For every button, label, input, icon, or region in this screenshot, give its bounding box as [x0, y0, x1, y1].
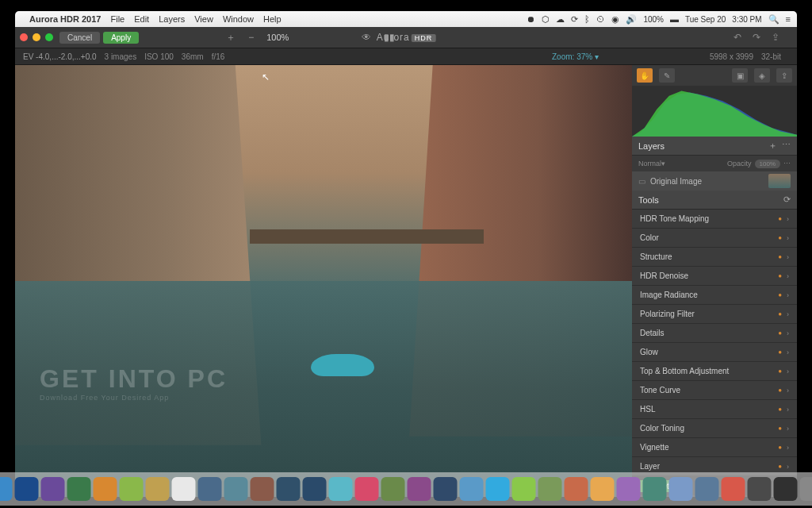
opacity-value[interactable]: 100%	[755, 160, 780, 168]
menubar-battery-icon[interactable]: ▬	[670, 14, 679, 24]
dock-app-31[interactable]	[800, 477, 813, 501]
menubar-sync-icon[interactable]: ⟳	[571, 14, 578, 25]
dock-app-11[interactable]	[277, 477, 301, 501]
dock-app-13[interactable]	[329, 477, 353, 501]
dock-app-27[interactable]	[695, 477, 719, 501]
menubar-timemachine-icon[interactable]: ⏲	[596, 14, 605, 24]
blend-mode-dropdown[interactable]: Normal	[638, 160, 661, 167]
menu-file[interactable]: File	[110, 14, 124, 24]
menu-view[interactable]: View	[194, 14, 213, 24]
menu-window[interactable]: Window	[223, 14, 254, 24]
menubar-bluetooth-icon[interactable]: ᛒ	[584, 14, 590, 24]
layer-menu-icon[interactable]: ⋯	[782, 140, 791, 152]
menubar-time[interactable]: 3:30 PM	[732, 15, 761, 24]
tool-hdr-denoise[interactable]: HDR Denoise●›	[632, 267, 797, 286]
dock-app-15[interactable]	[381, 477, 405, 501]
menubar-wifi-icon[interactable]: ◉	[611, 14, 619, 25]
tool-active-dot-icon: ●	[778, 253, 782, 260]
dock-app-24[interactable]	[617, 477, 641, 501]
tab-brush-icon[interactable]: ✎	[659, 68, 675, 83]
menu-layers[interactable]: Layers	[159, 14, 185, 24]
dock-app-28[interactable]	[722, 477, 745, 501]
tool-top-bottom-adjustment[interactable]: Top & Bottom Adjustment●›	[632, 362, 797, 381]
dock-app-14[interactable]	[355, 477, 379, 501]
dock-app-26[interactable]	[669, 477, 693, 501]
dock-app-19[interactable]	[486, 477, 510, 501]
add-layer-icon[interactable]: ＋	[768, 140, 777, 152]
dock-app-17[interactable]	[434, 477, 458, 501]
chevron-right-icon: ›	[787, 253, 789, 261]
menubar-dropbox-icon[interactable]: ⬡	[542, 14, 550, 25]
zoom-control[interactable]: Zoom: 37% ▾	[552, 52, 599, 61]
layer-visibility-icon[interactable]: ▭	[638, 177, 645, 186]
close-button[interactable]	[20, 33, 28, 41]
tool-tone-curve[interactable]: Tone Curve●›	[632, 381, 797, 400]
tools-reset-icon[interactable]: ⟳	[783, 194, 791, 205]
image-canvas[interactable]: GET INTO PC Download Free Your Desired A…	[15, 65, 632, 497]
tool-color-toning[interactable]: Color Toning●›	[632, 419, 797, 438]
tool-structure[interactable]: Structure●›	[632, 248, 797, 267]
menu-edit[interactable]: Edit	[134, 14, 149, 24]
undo-icon[interactable]: ↶	[733, 32, 741, 43]
tool-glow[interactable]: Glow●›	[632, 343, 797, 362]
dock-app-9[interactable]	[224, 477, 248, 501]
dock-app-10[interactable]	[251, 477, 274, 501]
layer-extra-icon[interactable]: ⋯	[783, 160, 791, 167]
dock-app-29[interactable]	[748, 477, 772, 501]
dock-app-20[interactable]	[512, 477, 536, 501]
dock-app-21[interactable]	[538, 477, 562, 501]
tools-title: Tools	[638, 195, 659, 205]
dock-app-5[interactable]	[120, 477, 144, 501]
apply-button[interactable]: Apply	[103, 32, 139, 44]
tool-hdr-tone-mapping[interactable]: HDR Tone Mapping●›	[632, 210, 797, 229]
tool-label: HDR Denoise	[640, 271, 688, 280]
dock-app-23[interactable]	[591, 477, 615, 501]
zoom-percent[interactable]: 100%	[266, 33, 289, 42]
dock-app-8[interactable]	[198, 477, 222, 501]
dock-app-3[interactable]	[67, 477, 91, 501]
histogram[interactable]	[632, 86, 797, 137]
dock-app-30[interactable]	[774, 477, 798, 501]
tool-image-radiance[interactable]: Image Radiance●›	[632, 286, 797, 305]
tool-details[interactable]: Details●›	[632, 324, 797, 343]
menubar-cloud-icon[interactable]: ☁	[556, 14, 565, 25]
menubar-notification-icon[interactable]: ≡	[786, 14, 791, 24]
menubar-battery-pct[interactable]: 100%	[643, 15, 664, 24]
app-name[interactable]: Aurora HDR 2017	[29, 14, 101, 24]
tool-label: HDR Tone Mapping	[640, 214, 709, 223]
tool-polarizing-filter[interactable]: Polarizing Filter●›	[632, 305, 797, 324]
dock-app-25[interactable]	[643, 477, 667, 501]
dock-app-4[interactable]	[94, 477, 117, 501]
tool-hsl[interactable]: HSL●›	[632, 400, 797, 419]
dock-app-16[interactable]	[408, 477, 431, 501]
dock-app-6[interactable]	[146, 477, 170, 501]
minus-icon[interactable]: −	[248, 32, 254, 43]
tab-layers-icon[interactable]: ◈	[754, 68, 770, 83]
menu-help[interactable]: Help	[263, 14, 282, 24]
cancel-button[interactable]: Cancel	[59, 32, 100, 44]
macos-dock[interactable]	[0, 472, 812, 506]
tab-crop-icon[interactable]: ▣	[732, 68, 748, 83]
layer-original-image[interactable]: ▭ Original Image	[632, 171, 797, 190]
minimize-button[interactable]	[33, 33, 40, 41]
dock-app-1[interactable]	[15, 477, 39, 501]
tab-export-icon[interactable]: ⇪	[776, 68, 792, 83]
dock-app-2[interactable]	[41, 477, 65, 501]
dock-app-7[interactable]	[172, 477, 196, 501]
menubar-date[interactable]: Tue Sep 20	[685, 15, 726, 24]
share-icon[interactable]: ⇪	[772, 32, 779, 43]
dock-app-0[interactable]	[0, 477, 13, 501]
dock-app-18[interactable]	[460, 477, 484, 501]
tool-vignette[interactable]: Vignette●›	[632, 438, 797, 457]
tab-hand-icon[interactable]: ✋	[637, 68, 653, 83]
redo-icon[interactable]: ↷	[753, 32, 760, 43]
dock-app-12[interactable]	[303, 477, 327, 501]
dock-app-22[interactable]	[565, 477, 588, 501]
compare-icon[interactable]: 👁	[362, 32, 371, 43]
menubar-spotlight-icon[interactable]: 🔍	[768, 14, 779, 25]
tool-color[interactable]: Color●›	[632, 229, 797, 248]
menubar-camera-icon[interactable]: ⏺	[527, 14, 535, 24]
menubar-volume-icon[interactable]: 🔊	[626, 14, 637, 25]
add-icon[interactable]: ＋	[226, 31, 236, 44]
fullscreen-button[interactable]	[45, 33, 53, 41]
